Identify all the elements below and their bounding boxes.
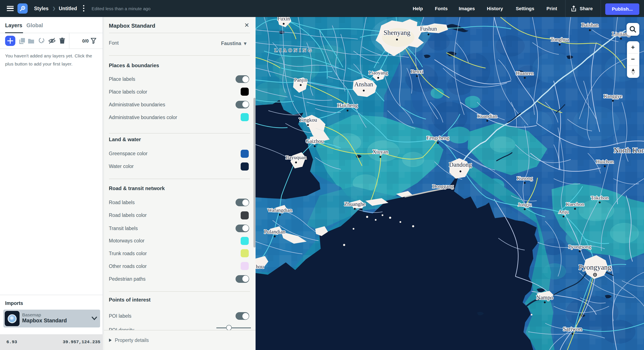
svg-text:Panjin: Panjin [294, 77, 307, 83]
svg-text:Pulandian: Pulandian [264, 229, 285, 234]
svg-text:Kusong: Kusong [517, 175, 533, 181]
svg-text:Haicheng: Haicheng [337, 103, 358, 108]
svg-text:Anju: Anju [558, 209, 568, 214]
svg-text:Liaoyang: Liaoyang [369, 70, 388, 75]
svg-text:LIAONING: LIAONING [274, 48, 314, 53]
svg-text:Tonghua: Tonghua [550, 37, 569, 42]
svg-text:hou: hou [256, 264, 264, 269]
svg-text:Jongju: Jongju [518, 202, 532, 207]
svg-text:Gaizhou: Gaizhou [306, 138, 324, 144]
svg-text:Xiuyan: Xiuyan [372, 149, 388, 155]
svg-text:Huanren: Huanren [516, 70, 534, 76]
svg-text:Huichon: Huichon [596, 159, 614, 164]
svg-text:Pyongsong: Pyongsong [568, 244, 591, 249]
svg-text:North Korea: North Korea [614, 146, 644, 154]
svg-text:Fuxin: Fuxin [278, 17, 290, 21]
svg-text:Zhuanghe: Zhuanghe [344, 201, 366, 207]
svg-text:Baishan: Baishan [582, 22, 599, 28]
svg-text:Kaechon: Kaechon [566, 201, 584, 207]
svg-text:Wafangdian: Wafangdian [268, 207, 292, 213]
svg-text:Fushun: Fushun [420, 25, 437, 32]
svg-text:Sariwon: Sariwon [563, 326, 582, 332]
svg-text:Fengcheng: Fengcheng [426, 135, 449, 141]
svg-text:Dandong: Dandong [449, 161, 472, 168]
svg-text:Yingkou: Yingkou [299, 117, 317, 123]
svg-text:Nampo: Nampo [536, 294, 553, 301]
svg-text:Kanggye: Kanggye [604, 93, 622, 99]
svg-text:Bayuquan: Bayuquan [286, 155, 306, 160]
svg-text:Shenyang: Shenyang [384, 29, 410, 36]
svg-text:Donggang: Donggang [432, 183, 454, 189]
svg-text:Pyongyang: Pyongyang [579, 263, 612, 271]
svg-text:Benxi: Benxi [411, 69, 423, 74]
svg-text:Anshan: Anshan [354, 81, 373, 88]
svg-text:Tokchon: Tokchon [591, 195, 609, 200]
svg-text:Kuandian: Kuandian [477, 113, 497, 119]
